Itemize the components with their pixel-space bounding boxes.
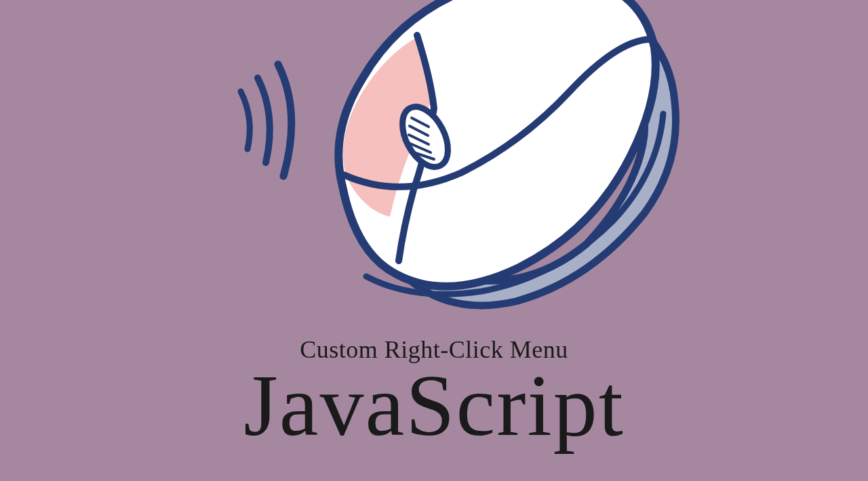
motion-lines-icon [241, 64, 292, 176]
title-text: JavaScript [0, 357, 868, 454]
mouse-illustration [210, 0, 685, 339]
text-block: Custom Right-Click Menu JavaScript [0, 335, 868, 454]
